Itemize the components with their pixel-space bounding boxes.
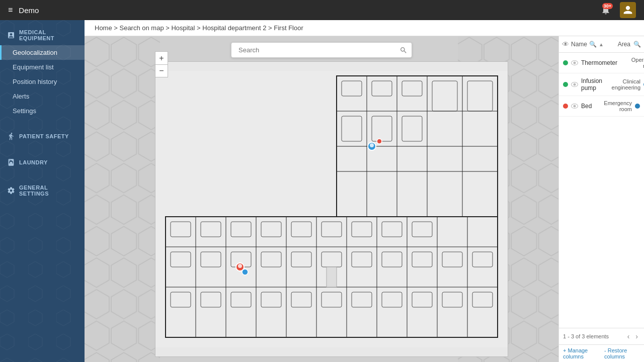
person-run-icon <box>7 132 15 140</box>
sidebar-section-header-medical: MEDICAL EQUIPMENT <box>0 25 85 45</box>
svg-rect-1 <box>85 36 160 362</box>
status-dot-blue-bed <box>635 104 640 109</box>
pagination-prev-button[interactable]: ‹ <box>625 331 632 341</box>
sidebar-section-laundry: LAUNDRY <box>0 149 85 175</box>
panel-sort-up-icon[interactable]: ▲ <box>599 42 604 47</box>
map-canvas: + − <box>85 36 558 362</box>
svg-rect-65 <box>327 267 337 287</box>
panel-area-section: Area 🔍 <box>618 41 641 48</box>
pagination-next-button[interactable]: › <box>633 331 640 341</box>
manage-columns-link[interactable]: + Manage columns <box>563 347 600 359</box>
laundry-section-label: LAUNDRY <box>19 159 48 165</box>
panel-row-area-infusion: Clinical engineering <box>605 78 640 90</box>
panel-row-thermometer[interactable]: Thermometer Operating room <box>559 53 644 73</box>
laundry-icon <box>7 158 15 166</box>
right-panel: 👁 Name 🔍 ▲ Area 🔍 Thermometer <box>558 36 644 362</box>
panel-search-area-icon[interactable]: 🔍 <box>633 41 641 48</box>
sidebar-item-alerts[interactable]: Alerts <box>0 89 85 104</box>
general-section-label: GENERAL SETTINGS <box>19 185 77 197</box>
avatar-icon <box>623 5 633 15</box>
main-layout: MEDICAL EQUIPMENT Geolocalization Equipm… <box>0 20 644 362</box>
row-eye-icon-infusion <box>571 82 578 87</box>
topbar: ≡ Demo 30+ <box>0 0 644 20</box>
search-input[interactable] <box>235 43 399 57</box>
svg-point-67 <box>370 143 374 147</box>
panel-name-label: Name <box>571 41 587 48</box>
panel-name-section: Name 🔍 ▲ <box>571 41 616 48</box>
pagination-text: 1 - 3 of 3 elements <box>563 333 609 339</box>
notification-badge: 30+ <box>602 3 613 9</box>
svg-point-70 <box>238 264 242 268</box>
sidebar-section-header-laundry[interactable]: LAUNDRY <box>0 154 85 170</box>
app-title: Demo <box>19 6 39 15</box>
map-wrapper: + − <box>85 36 644 362</box>
search-icon <box>399 46 408 54</box>
sidebar-section-header-patient[interactable]: PATIENT SAFETY <box>0 128 85 144</box>
panel-row-area-thermometer: Operating room <box>620 57 644 69</box>
zoom-controls: + − <box>155 51 168 77</box>
panel-row-name-infusion: Infusion pump <box>581 77 602 92</box>
user-avatar[interactable] <box>620 2 636 18</box>
patient-section-label: PATIENT SAFETY <box>19 133 69 139</box>
restore-columns-link[interactable]: - Restore columns <box>604 347 640 359</box>
panel-actions: + Manage columns - Restore columns <box>559 344 644 362</box>
panel-area-label: Area <box>618 41 630 48</box>
status-dot-green-infusion <box>563 82 568 87</box>
panel-search-name-icon[interactable]: 🔍 <box>589 41 597 48</box>
sidebar-section-header-general[interactable]: GENERAL SETTINGS <box>0 180 85 201</box>
sidebar-item-position-history[interactable]: Position history <box>0 74 85 89</box>
panel-row-area-bed: Emergency room <box>597 100 632 112</box>
medical-icon <box>7 31 15 39</box>
sidebar-section-patient-safety: PATIENT SAFETY <box>0 123 85 149</box>
panel-row-name-bed: Bed <box>581 103 594 110</box>
svg-point-68 <box>377 139 382 144</box>
panel-row-name-thermometer: Thermometer <box>581 59 617 66</box>
status-dot-red-bed <box>563 104 568 109</box>
sidebar-section-medical-equipment: MEDICAL EQUIPMENT Geolocalization Equipm… <box>0 20 85 123</box>
search-bar-container <box>231 42 412 58</box>
panel-row-infusion-pump[interactable]: Infusion pump Clinical engineering <box>559 73 644 96</box>
svg-point-71 <box>242 269 248 275</box>
row-eye-icon-bed <box>571 104 578 109</box>
breadcrumb-text: Home > Search on map > Hospital > Hospit… <box>95 24 303 32</box>
panel-eye-icon: 👁 <box>562 40 569 48</box>
zoom-in-button[interactable]: + <box>155 51 168 64</box>
row-eye-icon-thermometer <box>571 60 578 65</box>
content-area: Home > Search on map > Hospital > Hospit… <box>85 20 644 362</box>
svg-rect-4 <box>155 71 508 347</box>
sidebar-item-geolocalization[interactable]: Geolocalization <box>0 45 85 60</box>
panel-row-bed[interactable]: Bed Emergency room <box>559 96 644 117</box>
sidebar: MEDICAL EQUIPMENT Geolocalization Equipm… <box>0 20 85 362</box>
sidebar-item-settings[interactable]: Settings <box>0 104 85 118</box>
gear-icon <box>7 187 15 195</box>
medical-section-label: MEDICAL EQUIPMENT <box>19 29 77 41</box>
menu-icon[interactable]: ≡ <box>8 6 13 15</box>
floorplan-container[interactable] <box>155 61 508 357</box>
notification-bell[interactable]: 30+ <box>598 2 614 18</box>
sidebar-item-equipment-list[interactable]: Equipment list <box>0 60 85 74</box>
panel-pagination-controls: ‹ › <box>625 331 640 341</box>
floorplan-svg <box>155 62 508 356</box>
panel-header: 👁 Name 🔍 ▲ Area 🔍 <box>559 36 644 53</box>
zoom-out-button[interactable]: − <box>155 64 168 77</box>
status-dot-green <box>563 60 568 65</box>
breadcrumb: Home > Search on map > Hospital > Hospit… <box>85 20 644 36</box>
panel-pagination-footer: 1 - 3 of 3 elements ‹ › <box>559 328 644 344</box>
sidebar-section-general-settings: GENERAL SETTINGS <box>0 175 85 206</box>
